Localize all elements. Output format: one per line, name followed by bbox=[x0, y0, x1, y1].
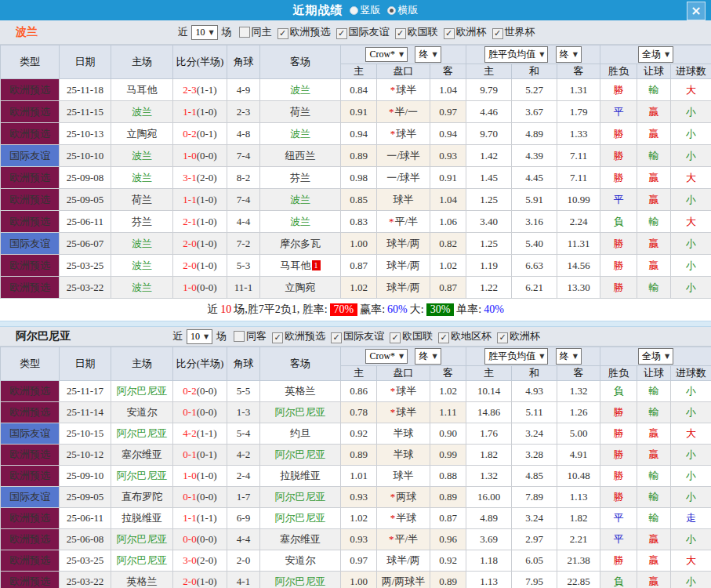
recent-label: 近 bbox=[177, 25, 187, 39]
home-avg: 3.40 bbox=[466, 211, 512, 233]
over-label: 大: bbox=[410, 303, 424, 317]
result-goals: 小 bbox=[671, 466, 711, 487]
handicap-line: 半球 bbox=[377, 445, 430, 466]
home-odds: 1.00 bbox=[341, 233, 377, 255]
competition-checkbox[interactable]: ✓ bbox=[331, 332, 342, 343]
result-goals: 小 bbox=[671, 145, 711, 167]
away-team: 摩尔多瓦 bbox=[260, 233, 341, 255]
competition-label: 欧地区杯 bbox=[451, 330, 492, 342]
col-home: 主场 bbox=[111, 45, 173, 79]
match-date: 25-06-11 bbox=[60, 211, 111, 233]
layout-vertical-option[interactable]: 竖版 bbox=[350, 3, 381, 17]
fullmatch-select[interactable]: 全场▼ bbox=[638, 46, 673, 63]
competition-checkbox[interactable]: ✓ bbox=[336, 28, 347, 39]
avg-source-select[interactable]: 胜平负均值▼ bbox=[484, 46, 548, 63]
result-goals: 小 bbox=[671, 529, 711, 550]
competition-checkbox[interactable]: ✓ bbox=[278, 28, 288, 39]
odds-time-select[interactable]: 终▼ bbox=[415, 348, 441, 365]
match-score: 1-1(1-0) bbox=[173, 101, 227, 123]
win-odds-label: 赢率: bbox=[360, 303, 385, 317]
home-team: 阿尔巴尼亚 bbox=[111, 529, 173, 550]
odds-time-select[interactable]: 终▼ bbox=[415, 46, 441, 63]
match-date: 25-11-14 bbox=[60, 402, 111, 423]
draw-avg: 2.97 bbox=[512, 529, 557, 550]
match-row: 欧洲预选25-10-12塞尔维亚0-1(0-1)4-2阿尔巴尼亚0.89半球0.… bbox=[1, 445, 711, 466]
match-type: 欧洲预选 bbox=[1, 445, 60, 466]
match-type: 国际友谊 bbox=[1, 487, 60, 508]
home-odds: 0.97 bbox=[341, 550, 377, 572]
handicap-line: 两/两球半 bbox=[377, 572, 430, 588]
competition-checkbox[interactable]: ✓ bbox=[395, 28, 406, 39]
match-date: 25-10-12 bbox=[60, 445, 111, 466]
result-handicap: 輸 bbox=[637, 402, 671, 423]
avg-time-select[interactable]: 终▼ bbox=[556, 46, 582, 63]
away-avg: 21.38 bbox=[557, 550, 600, 572]
draw-avg: 3.67 bbox=[512, 101, 557, 123]
match-date: 25-06-11 bbox=[60, 508, 111, 529]
close-button[interactable]: × bbox=[687, 2, 706, 20]
draw-avg: 7.95 bbox=[512, 572, 557, 588]
recent-count-select[interactable]: 10▼ bbox=[187, 329, 212, 344]
away-avg: 2.21 bbox=[557, 529, 600, 550]
away-avg: 7.11 bbox=[557, 167, 600, 189]
col-home-avg: 主 bbox=[466, 64, 512, 79]
home-team: 直布罗陀 bbox=[111, 487, 173, 508]
away-odds: 1.04 bbox=[430, 79, 466, 101]
away-avg: 2.24 bbox=[557, 211, 600, 233]
competition-checkbox[interactable]: ✓ bbox=[444, 28, 455, 39]
recent-count-select[interactable]: 10▼ bbox=[191, 25, 217, 40]
col-score: 比分(半场) bbox=[173, 45, 227, 79]
corner-count: 7-4 bbox=[227, 145, 260, 167]
result-wdl: 勝 bbox=[600, 123, 637, 145]
summary-prefix: 近 bbox=[207, 303, 218, 317]
vertical-radio-icon[interactable] bbox=[350, 6, 358, 15]
competition-checkbox[interactable]: ✓ bbox=[272, 332, 283, 343]
away-team: 波兰 bbox=[260, 189, 341, 211]
away-avg: 10.99 bbox=[557, 189, 600, 211]
home-avg: 4.46 bbox=[466, 101, 512, 123]
same-venue-checkbox[interactable] bbox=[234, 331, 245, 342]
home-team: 阿尔巴尼亚 bbox=[111, 423, 173, 445]
avg-time-select[interactable]: 终▼ bbox=[556, 348, 582, 365]
odds-source-select[interactable]: Crow*▼ bbox=[365, 47, 408, 62]
competition-checkbox[interactable]: ✓ bbox=[390, 332, 401, 343]
fullmatch-select[interactable]: 全场▼ bbox=[638, 348, 673, 365]
draw-avg: 3.16 bbox=[512, 211, 557, 233]
home-odds: 0.87 bbox=[341, 255, 377, 277]
result-wdl: 勝 bbox=[600, 233, 637, 255]
competition-checkbox[interactable]: ✓ bbox=[492, 28, 503, 39]
match-type: 欧洲预选 bbox=[1, 101, 60, 123]
competition-checkbox[interactable]: ✓ bbox=[497, 332, 508, 343]
away-team: 安道尔 bbox=[260, 550, 341, 572]
away-avg: 1.31 bbox=[557, 79, 600, 101]
competition-checkbox[interactable]: ✓ bbox=[438, 332, 449, 343]
match-row: 欧洲预选25-11-18马耳他2-3(1-1)4-9波兰0.84*球半1.049… bbox=[1, 79, 711, 101]
match-date: 25-11-17 bbox=[60, 381, 111, 402]
competition-label: 国际友谊 bbox=[349, 26, 390, 38]
chevron-down-icon: ▼ bbox=[399, 353, 404, 360]
horizontal-radio-label: 横版 bbox=[398, 3, 419, 17]
handicap-line: *两球 bbox=[377, 487, 430, 508]
avg-source-select[interactable]: 胜平负均值▼ bbox=[484, 348, 548, 365]
odds-source-select[interactable]: Crow*▼ bbox=[365, 349, 408, 364]
same-venue-checkbox[interactable] bbox=[239, 27, 250, 38]
corner-count: 7-4 bbox=[227, 189, 260, 211]
handicap-line: *球半 bbox=[377, 402, 430, 423]
home-team: 阿尔巴尼亚 bbox=[111, 466, 173, 487]
home-team: 拉脱维亚 bbox=[111, 508, 173, 529]
match-row: 国际友谊25-10-15阿尔巴尼亚4-2(1-1)5-4约旦0.92半球0.90… bbox=[1, 423, 711, 445]
home-team: 立陶宛 bbox=[111, 123, 173, 145]
col-result-handicap: 让球 bbox=[637, 64, 671, 79]
home-odds: 0.93 bbox=[341, 487, 377, 508]
draw-avg: 6.05 bbox=[512, 550, 557, 572]
corner-count: 4-1 bbox=[227, 572, 260, 588]
match-type: 欧洲预选 bbox=[1, 550, 60, 572]
away-avg: 1.82 bbox=[557, 508, 600, 529]
corner-count: 2-0 bbox=[227, 550, 260, 572]
team-section-home: 波兰 近 10▼ 场 同主 ✓欧洲预选✓国际友谊✓欧国联✓欧洲杯✓世界杯 类型 … bbox=[0, 20, 711, 321]
layout-horizontal-option[interactable]: 横版 bbox=[387, 3, 419, 17]
draw-avg: 5.11 bbox=[512, 402, 557, 423]
horizontal-radio-icon[interactable] bbox=[387, 6, 396, 15]
col-draw-avg: 和 bbox=[512, 366, 557, 381]
away-team: 荷兰 bbox=[260, 101, 341, 123]
